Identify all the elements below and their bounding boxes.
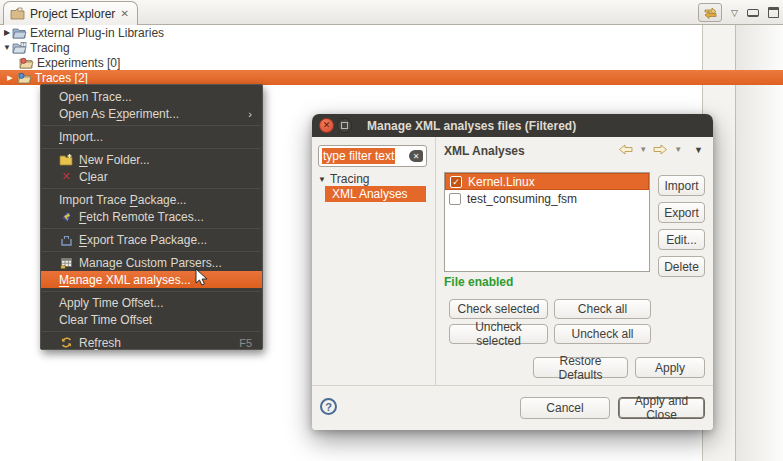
shortcut-label: F5: [239, 337, 252, 349]
forward-arrow-icon[interactable]: [653, 144, 668, 155]
menu-item-manage-xml-analyses[interactable]: Manage XML analyses...: [41, 271, 262, 288]
pref-tree-item-tracing[interactable]: ▼ Tracing: [318, 172, 370, 186]
check-all-button[interactable]: Check all: [554, 299, 651, 319]
uncheck-all-button[interactable]: Uncheck all: [554, 324, 651, 344]
history-nav: ▼ ▼ ▼: [618, 144, 703, 155]
dialog-titlebar[interactable]: ✕ Manage XML analyses files (Filtered): [312, 114, 713, 137]
delete-button[interactable]: Delete: [658, 256, 705, 277]
expander-expanded-icon[interactable]: ▼: [318, 175, 326, 184]
restore-defaults-button[interactable]: Restore Defaults: [533, 357, 628, 378]
project-explorer-icon: [10, 7, 25, 20]
file-name: test_consuming_fsm: [467, 192, 577, 206]
help-icon[interactable]: ?: [320, 398, 337, 415]
checkbox-unchecked-icon[interactable]: [449, 193, 461, 205]
fetch-remote-icon: [59, 210, 73, 223]
window-edge-strip: [736, 25, 783, 461]
tree-item-external-plugin-libraries[interactable]: ▶ External Plug-in Libraries: [0, 25, 783, 40]
tab-project-explorer[interactable]: Project Explorer ✕: [3, 1, 138, 25]
menu-item-import-trace-package[interactable]: Import Trace Package...: [41, 191, 262, 208]
expander-collapsed-icon[interactable]: ▶: [2, 28, 12, 37]
pref-tree-label: XML Analyses: [332, 187, 408, 201]
new-folder-icon: [59, 153, 73, 166]
page-title: XML Analyses: [444, 144, 525, 158]
menu-item-new-folder[interactable]: New Folder...: [41, 151, 262, 168]
file-name: Kernel.Linux: [468, 175, 535, 189]
expander-collapsed-icon[interactable]: ▶: [3, 74, 17, 82]
back-dropdown-icon[interactable]: ▼: [639, 145, 647, 154]
tab-title: Project Explorer: [30, 7, 115, 21]
menu-item-export-trace-package[interactable]: Export Trace Package...: [41, 231, 262, 248]
check-selected-button[interactable]: Check selected: [449, 299, 548, 319]
filter-input[interactable]: type filter text ✕: [318, 145, 427, 167]
tree-item-traces[interactable]: ▶ Traces [2]: [0, 70, 783, 85]
xml-files-list: Kernel.Linux test_consuming_fsm: [444, 172, 650, 272]
cancel-button[interactable]: Cancel: [520, 397, 610, 419]
back-arrow-icon[interactable]: [618, 144, 633, 155]
maximize-icon[interactable]: [768, 7, 779, 18]
expander-expanded-icon[interactable]: ▼: [2, 43, 12, 52]
window-edge-line: [735, 25, 736, 461]
apply-button[interactable]: Apply: [635, 357, 705, 378]
filter-text: type filter text: [322, 148, 395, 164]
dialog-footer: ? Cancel Apply and Close: [312, 386, 713, 430]
link-with-editor-button[interactable]: [698, 3, 722, 22]
tab-close-icon[interactable]: ✕: [120, 9, 128, 19]
custom-parsers-icon: [59, 256, 73, 269]
menu-item-import[interactable]: Import...: [41, 128, 262, 145]
view-menu-icon[interactable]: ▼: [694, 145, 703, 155]
pane-divider: [435, 137, 436, 385]
menu-item-clear[interactable]: ✕ Clear: [41, 168, 262, 185]
dialog-maximize-icon[interactable]: [337, 118, 352, 133]
tree-item-tracing[interactable]: ▼ T Tracing: [0, 40, 783, 55]
apply-and-close-button[interactable]: Apply and Close: [618, 397, 705, 419]
tree-item-label: External Plug-in Libraries: [30, 26, 164, 40]
tree-item-experiments[interactable]: Experiments [0]: [0, 55, 783, 70]
checkbox-checked-icon[interactable]: [450, 176, 462, 188]
pref-tree-label: Tracing: [330, 172, 370, 186]
list-item-kernel-linux[interactable]: Kernel.Linux: [445, 173, 649, 190]
view-toolbar: ▽: [698, 0, 779, 25]
forward-dropdown-icon[interactable]: ▼: [674, 145, 682, 154]
menu-item-fetch-remote-traces[interactable]: Fetch Remote Traces...: [41, 208, 262, 225]
export-button[interactable]: Export: [658, 202, 705, 223]
manage-xml-analyses-dialog: ✕ Manage XML analyses files (Filtered) t…: [312, 114, 713, 430]
context-menu: Open Trace... Open As Experiment... › Im…: [40, 84, 263, 350]
tree-item-label: Experiments [0]: [37, 56, 120, 70]
menu-item-clear-time-offset[interactable]: Clear Time Offset: [41, 311, 262, 328]
traces-folder-icon: [17, 72, 32, 84]
menu-item-open-trace[interactable]: Open Trace...: [41, 88, 262, 105]
pref-tree-item-xml-analyses[interactable]: XML Analyses: [325, 186, 426, 202]
tree-item-label: Tracing: [30, 41, 70, 55]
view-menu-icon[interactable]: ▽: [731, 8, 738, 18]
tracing-folder-icon: T: [12, 42, 27, 54]
submenu-arrow-icon: ›: [248, 108, 252, 120]
link-with-editor-icon: [703, 7, 718, 19]
uncheck-selected-button[interactable]: Uncheck selected: [449, 324, 548, 344]
refresh-icon: [59, 336, 73, 349]
tree-item-label: Traces [2]: [35, 71, 88, 85]
minimize-icon[interactable]: [747, 9, 759, 17]
mouse-cursor-icon: [195, 268, 208, 291]
list-item-test-consuming-fsm[interactable]: test_consuming_fsm: [445, 190, 649, 207]
clear-filter-icon[interactable]: ✕: [409, 150, 423, 162]
edit-button[interactable]: Edit...: [658, 229, 705, 250]
menu-item-apply-time-offset[interactable]: Apply Time Offset...: [41, 294, 262, 311]
menu-item-manage-custom-parsers[interactable]: Manage Custom Parsers...: [41, 254, 262, 271]
view-tab-bar: Project Explorer ✕ ▽: [0, 0, 783, 25]
dialog-close-icon[interactable]: ✕: [319, 118, 334, 133]
dialog-title: Manage XML analyses files (Filtered): [367, 119, 576, 133]
menu-item-open-as-experiment[interactable]: Open As Experiment... ›: [41, 105, 262, 122]
workbench-window: Project Explorer ✕ ▽ ▶ External Plug-in …: [0, 0, 783, 461]
open-folder-icon: [12, 27, 27, 39]
clear-icon: ✕: [59, 170, 73, 183]
import-button[interactable]: Import: [658, 175, 705, 196]
experiments-folder-icon: [19, 57, 34, 69]
menu-item-refresh[interactable]: Refresh F5: [41, 334, 262, 351]
export-package-icon: [59, 233, 73, 246]
file-enabled-status: File enabled: [444, 275, 513, 289]
